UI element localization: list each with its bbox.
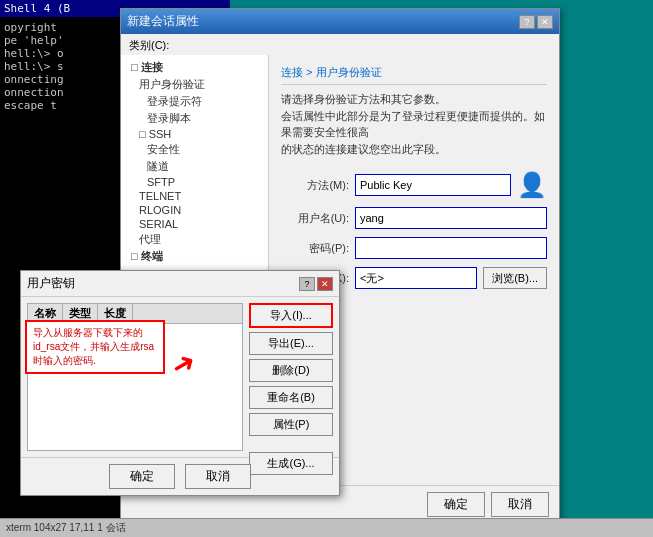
userkey-select-wrapper: <无> xyxy=(355,267,477,289)
uk-buttons-panel: 导入(I)... 导出(E)... 删除(D) 重命名(B) 属性(P) 生成(… xyxy=(249,297,339,457)
uk-cancel-button[interactable]: 取消 xyxy=(185,464,251,489)
browse-button[interactable]: 浏览(B)... xyxy=(483,267,547,289)
tree-telnet[interactable]: TELNET xyxy=(125,189,264,203)
description-text: 请选择身份验证方法和其它参数。 会话属性中此部分是为了登录过程更便捷而提供的。如… xyxy=(281,91,547,157)
method-row: 方法(M): Public Key 👤 xyxy=(281,171,547,199)
properties-button[interactable]: 属性(P) xyxy=(249,413,333,436)
userkey-select[interactable]: <无> xyxy=(355,267,477,289)
main-dialog-titlebar: 新建会话属性 ? ✕ xyxy=(121,9,559,34)
delete-button[interactable]: 删除(D) xyxy=(249,359,333,382)
user-key-titlebar: 用户密钥 ? ✕ xyxy=(21,271,339,297)
tree-connect[interactable]: □ 连接 xyxy=(125,59,264,76)
tree-terminal[interactable]: □ 终端 xyxy=(125,248,264,265)
tree-login-script[interactable]: 登录脚本 xyxy=(125,110,264,127)
status-bar: xterm 104x27 17,11 1 会话 xyxy=(0,518,653,537)
password-label: 密码(P): xyxy=(281,241,349,256)
generate-button[interactable]: 生成(G)... xyxy=(249,452,333,475)
close-button[interactable]: ✕ xyxy=(537,15,553,29)
method-select-wrapper: Public Key xyxy=(355,174,511,196)
method-label: 方法(M): xyxy=(281,178,349,193)
annotation-box: 导入从服务器下载下来的id_rsa文件，并输入生成rsa时输入的密码. xyxy=(25,320,165,374)
help-button[interactable]: ? xyxy=(519,15,535,29)
tree-proxy[interactable]: 代理 xyxy=(125,231,264,248)
cancel-button[interactable]: 取消 xyxy=(491,492,549,517)
uk-confirm-button[interactable]: 确定 xyxy=(109,464,175,489)
password-row: 密码(P): xyxy=(281,237,547,259)
tree-ssh[interactable]: □ SSH xyxy=(125,127,264,141)
titlebar-buttons: ? ✕ xyxy=(519,15,553,29)
rename-button[interactable]: 重命名(B) xyxy=(249,386,333,409)
uk-close-button[interactable]: ✕ xyxy=(317,277,333,291)
username-input[interactable] xyxy=(355,207,547,229)
main-dialog-title: 新建会话属性 xyxy=(127,13,199,30)
category-label: 类别(C): xyxy=(121,34,559,55)
tree-user-auth[interactable]: 用户身份验证 xyxy=(125,76,264,93)
username-row: 用户名(U): xyxy=(281,207,547,229)
tree-serial[interactable]: SERIAL xyxy=(125,217,264,231)
uk-help-button[interactable]: ? xyxy=(299,277,315,291)
import-button[interactable]: 导入(I)... xyxy=(249,303,333,328)
tree-rlogin[interactable]: RLOGIN xyxy=(125,203,264,217)
username-label: 用户名(U): xyxy=(281,211,349,226)
tree-login-prompt[interactable]: 登录提示符 xyxy=(125,93,264,110)
tree-sftp[interactable]: SFTP xyxy=(125,175,264,189)
annotation-text: 导入从服务器下载下来的id_rsa文件，并输入生成rsa时输入的密码. xyxy=(33,327,154,366)
export-button[interactable]: 导出(E)... xyxy=(249,332,333,355)
confirm-button[interactable]: 确定 xyxy=(427,492,485,517)
status-text: xterm 104x27 17,11 1 会话 xyxy=(6,521,126,535)
user-key-title: 用户密钥 xyxy=(27,275,75,292)
uk-titlebar-buttons: ? ✕ xyxy=(299,277,333,291)
method-select[interactable]: Public Key xyxy=(355,174,511,196)
password-input[interactable] xyxy=(355,237,547,259)
tree-tunnel[interactable]: 隧道 xyxy=(125,158,264,175)
breadcrumb: 连接 > 用户身份验证 xyxy=(281,65,547,85)
user-icon: 👤 xyxy=(517,171,547,199)
tree-security[interactable]: 安全性 xyxy=(125,141,264,158)
